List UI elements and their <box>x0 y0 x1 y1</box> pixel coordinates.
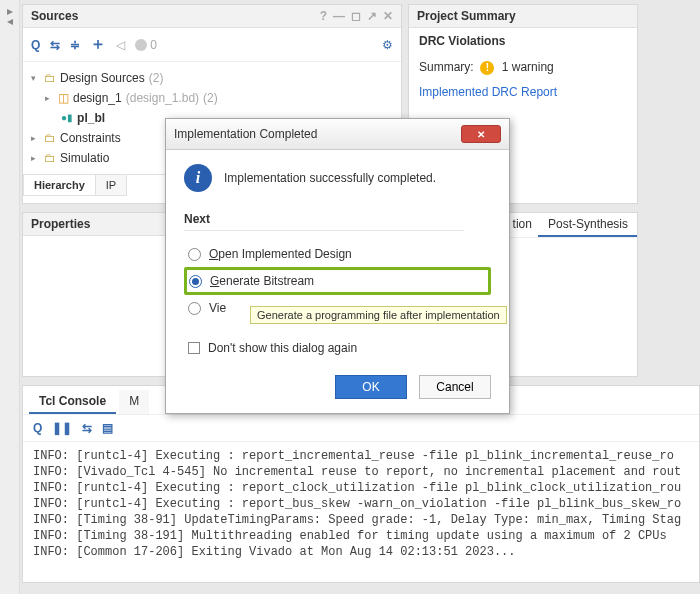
label: Constraints <box>60 128 121 148</box>
bd-icon: ◫ <box>58 88 69 108</box>
label: Simulatio <box>60 148 109 168</box>
radio-generate-bitstream[interactable]: Generate Bitstream <box>184 267 491 295</box>
close-icon[interactable]: ✕ <box>383 9 393 23</box>
warning-icon: ! <box>480 61 494 75</box>
ok-button[interactable]: OK <box>335 375 407 399</box>
console-line: INFO: [Vivado_Tcl 4-545] No incremental … <box>33 464 689 480</box>
console-line: INFO: [runtcl-4] Executing : report_bus_… <box>33 496 689 512</box>
console-line: INFO: [runtcl-4] Executing : report_cloc… <box>33 480 689 496</box>
console-line: INFO: [Timing 38-91] UpdateTimingParams:… <box>33 512 689 528</box>
tab-post-synthesis[interactable]: Post-Synthesis <box>538 213 638 237</box>
caret-right-icon[interactable]: ▸ <box>31 128 40 148</box>
bullet-count: 0 <box>150 38 157 52</box>
properties-title: Properties <box>31 217 90 231</box>
dialog-message: Implementation successfully completed. <box>224 171 436 185</box>
radio-icon[interactable] <box>188 248 201 261</box>
dont-show-checkbox-row[interactable]: Don't show this dialog again <box>184 341 491 355</box>
tree-design-1[interactable]: ▸ ◫ design_1 (design_1.bd) (2) <box>31 88 393 108</box>
checkbox[interactable] <box>188 342 200 354</box>
maximize-icon[interactable]: ◻ <box>351 9 361 23</box>
console-output: INFO: [runtcl-4] Executing : report_incr… <box>23 442 699 566</box>
sources-title: Sources <box>31 9 78 23</box>
tree-design-sources[interactable]: ▾ 🗀 Design Sources (2) <box>31 68 393 88</box>
pause-icon[interactable]: ❚❚ <box>52 421 72 435</box>
caret-down-icon[interactable]: ▾ <box>31 68 40 88</box>
tab-messages[interactable]: M <box>119 390 149 414</box>
info-icon: i <box>184 164 212 192</box>
radio-open-implemented-design[interactable]: Open Implemented Design <box>184 241 491 267</box>
restore-icon[interactable]: ↗ <box>367 9 377 23</box>
summary-label: Summary: <box>419 60 474 74</box>
tree-icon[interactable]: ▤ <box>102 421 113 435</box>
sort-icon[interactable]: ≑ <box>70 38 80 52</box>
radio-icon[interactable] <box>188 302 201 315</box>
search-icon[interactable]: Q <box>33 421 42 435</box>
expand-icon[interactable]: ⇆ <box>82 421 92 435</box>
console-line: INFO: [Common 17-206] Exiting Vivado at … <box>33 544 689 560</box>
bullet-grey-icon <box>135 39 147 51</box>
label: design_1 <box>73 88 122 108</box>
collapse-icon[interactable]: ⇆ <box>50 38 60 52</box>
prev-icon[interactable]: ◁ <box>116 38 125 52</box>
expand-arrows-icon[interactable]: ▸◂ <box>0 6 19 26</box>
cancel-button[interactable]: Cancel <box>419 375 491 399</box>
project-summary-title: Project Summary <box>417 9 516 23</box>
tooltip-generate-bitstream: Generate a programming file after implem… <box>250 306 507 324</box>
tab-hierarchy[interactable]: Hierarchy <box>23 175 96 196</box>
radio-label: Open Implemented Design <box>209 247 352 261</box>
util-tion-label: tion <box>507 213 538 237</box>
folder-icon: 🗀 <box>44 68 56 88</box>
console-line: INFO: [Timing 38-191] Multithreading ena… <box>33 528 689 544</box>
radio-icon[interactable] <box>189 275 202 288</box>
radio-label: Generate Bitstream <box>210 274 314 288</box>
caret-right-icon[interactable]: ▸ <box>31 148 40 168</box>
count: (2) <box>149 68 164 88</box>
count: (2) <box>203 88 218 108</box>
drc-report-link[interactable]: Implemented DRC Report <box>419 85 557 99</box>
file: (design_1.bd) <box>126 88 199 108</box>
dialog-close-button[interactable]: ✕ <box>461 125 501 143</box>
label: pl_bl <box>77 108 105 128</box>
next-heading: Next <box>184 208 464 231</box>
console-line: INFO: [runtcl-4] Executing : report_incr… <box>33 448 689 464</box>
module-icon: ●▮ <box>61 108 73 128</box>
drc-violations-heading: DRC Violations <box>409 28 637 54</box>
folder-icon: 🗀 <box>44 148 56 168</box>
tab-tcl-console[interactable]: Tcl Console <box>29 390 116 414</box>
checkbox-label: Don't show this dialog again <box>208 341 357 355</box>
dialog-title: Implementation Completed <box>174 127 317 141</box>
add-icon[interactable]: ＋ <box>90 34 106 55</box>
tcl-console-panel: Tcl Console M Q ❚❚ ⇆ ▤ INFO: [runtcl-4] … <box>22 385 700 583</box>
folder-icon: 🗀 <box>44 128 56 148</box>
tab-ip[interactable]: IP <box>95 175 127 196</box>
label: Design Sources <box>60 68 145 88</box>
radio-label: Vie <box>209 301 226 315</box>
collapsed-side-strip[interactable]: ▸◂ <box>0 0 20 594</box>
search-icon[interactable]: Q <box>31 38 40 52</box>
minimize-icon[interactable]: — <box>333 9 345 23</box>
implementation-completed-dialog: Implementation Completed ✕ i Implementat… <box>165 118 510 414</box>
help-icon[interactable]: ? <box>320 9 327 23</box>
caret-right-icon[interactable]: ▸ <box>45 88 54 108</box>
warning-text: 1 warning <box>502 60 554 74</box>
gear-icon[interactable]: ⚙ <box>382 38 393 52</box>
